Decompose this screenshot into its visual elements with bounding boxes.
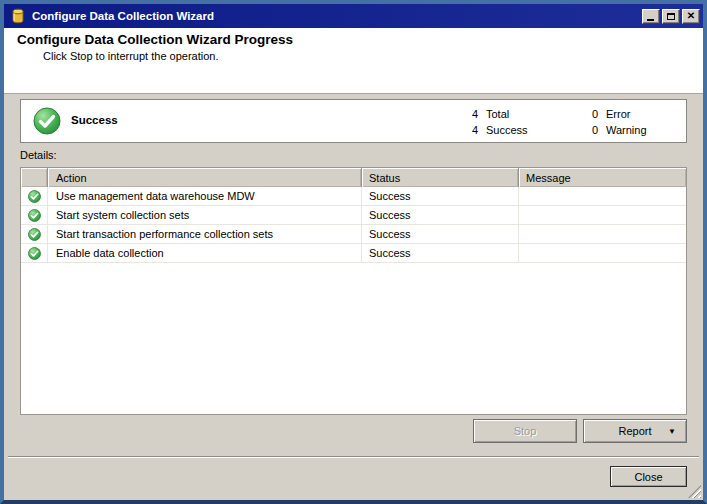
action-cell: Enable data collection [48,244,362,262]
summary-panel: Success 4 Total 4 Success 0 Error 0 Warn… [20,99,687,143]
row-status-icon-cell [21,244,48,262]
column-header-message[interactable]: Message [519,168,686,187]
table-header-row: Action Status Message [21,168,686,187]
count-error-value: 0 [588,108,598,120]
message-cell [519,244,686,262]
footer-divider [8,456,699,458]
success-check-icon [28,190,41,203]
stop-button[interactable]: Stop [473,419,577,443]
status-cell: Success [362,225,519,243]
wizard-header: Configure Data Collection Wizard Progres… [4,28,703,94]
count-error: 0 Error [588,108,630,120]
close-icon: ✕ [687,11,695,21]
success-check-icon [28,209,41,222]
column-header-action[interactable]: Action [48,168,362,187]
window-title: Configure Data Collection Wizard [32,10,640,22]
page-subtitle: Click Stop to interrupt the operation. [43,50,218,62]
titlebar[interactable]: Configure Data Collection Wizard ✕ [4,4,703,28]
minimize-icon [647,19,654,21]
count-success-label: Success [486,124,528,136]
message-cell [519,206,686,224]
close-window-button[interactable]: ✕ [682,9,700,24]
column-header-icon[interactable] [21,168,48,187]
details-label: Details: [20,149,57,161]
action-cell: Start system collection sets [48,206,362,224]
table-row[interactable]: Start transaction performance collection… [21,225,686,244]
details-table: Action Status Message Use management dat… [20,167,687,415]
count-error-label: Error [606,108,630,120]
wizard-dialog: Configure Data Collection Wizard ✕ Confi… [0,0,707,504]
success-check-icon [28,228,41,241]
count-total-label: Total [486,108,509,120]
status-cell: Success [362,206,519,224]
count-success-value: 4 [468,124,478,136]
status-cell: Success [362,187,519,205]
report-button[interactable]: Report ▼ [583,419,687,443]
success-check-icon [28,247,41,260]
maximize-button[interactable] [662,9,680,24]
status-cell: Success [362,244,519,262]
count-total-value: 4 [468,108,478,120]
action-cell: Start transaction performance collection… [48,225,362,243]
close-button[interactable]: Close [610,466,687,487]
row-status-icon-cell [21,187,48,205]
table-row[interactable]: Enable data collection Success [21,244,686,263]
table-row[interactable]: Use management data warehouse MDW Succes… [21,187,686,206]
row-status-icon-cell [21,225,48,243]
column-header-status[interactable]: Status [362,168,519,187]
database-cylinder-icon [10,8,26,24]
count-success: 4 Success [468,124,528,136]
maximize-icon [667,13,675,20]
minimize-button[interactable] [642,9,660,24]
table-row[interactable]: Start system collection sets Success [21,206,686,225]
row-status-icon-cell [21,206,48,224]
count-total: 4 Total [468,108,509,120]
success-check-icon [33,107,61,135]
resize-grip[interactable] [688,485,701,498]
action-cell: Use management data warehouse MDW [48,187,362,205]
report-button-label: Report [618,425,651,437]
page-title: Configure Data Collection Wizard Progres… [17,32,293,47]
count-warning-label: Warning [606,124,647,136]
count-warning: 0 Warning [588,124,647,136]
count-warning-value: 0 [588,124,598,136]
status-label: Success [71,114,118,126]
message-cell [519,225,686,243]
chevron-down-icon: ▼ [668,427,676,436]
message-cell [519,187,686,205]
